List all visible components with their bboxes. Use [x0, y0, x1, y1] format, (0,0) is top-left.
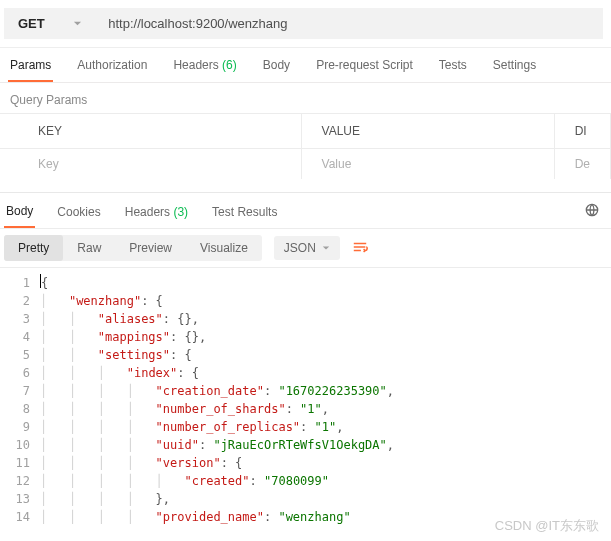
tab-settings[interactable]: Settings: [491, 58, 538, 82]
view-pretty[interactable]: Pretty: [4, 235, 63, 261]
code-line: │ │ │ │ "version": {: [40, 454, 611, 472]
col-key: KEY: [0, 114, 301, 149]
request-tabs: ParamsAuthorizationHeaders (6)BodyPre-re…: [0, 48, 611, 83]
view-mode-group: PrettyRawPreviewVisualize: [4, 235, 262, 261]
tab-params[interactable]: Params: [8, 58, 53, 82]
code-line: │ │ │ │ "creation_date": "1670226235390"…: [40, 382, 611, 400]
col-desc: DI: [554, 114, 610, 149]
wrap-lines-icon[interactable]: [352, 240, 368, 257]
resp-tab-test-results[interactable]: Test Results: [210, 205, 279, 227]
response-body[interactable]: 1234567891011121314 {│ "wenzhang": {│ │ …: [0, 268, 611, 526]
resp-tab-body[interactable]: Body: [4, 204, 35, 228]
code-line: │ │ │ │ "number_of_replicas": "1",: [40, 418, 611, 436]
tab-tests[interactable]: Tests: [437, 58, 469, 82]
network-icon[interactable]: [585, 203, 603, 228]
request-bar: GET: [0, 0, 611, 48]
language-label: JSON: [284, 241, 316, 255]
response-tabs: BodyCookiesHeaders (3)Test Results: [0, 193, 611, 229]
resp-tab-cookies[interactable]: Cookies: [55, 205, 102, 227]
code-line: │ │ "mappings": {},: [40, 328, 611, 346]
query-params-title: Query Params: [0, 83, 611, 113]
language-select[interactable]: JSON: [274, 236, 340, 260]
view-raw[interactable]: Raw: [63, 235, 115, 261]
tab-pre-request-script[interactable]: Pre-request Script: [314, 58, 415, 82]
tab-headers[interactable]: Headers (6): [171, 58, 238, 82]
code-line: │ │ │ │ │ "created": "7080099": [40, 472, 611, 490]
key-input[interactable]: Key: [0, 149, 301, 180]
resp-tab-headers[interactable]: Headers (3): [123, 205, 190, 227]
method-select[interactable]: GET: [4, 8, 96, 39]
value-input[interactable]: Value: [301, 149, 554, 180]
tab-body[interactable]: Body: [261, 58, 292, 82]
url-input[interactable]: [96, 8, 603, 39]
method-label: GET: [18, 16, 45, 31]
code-line: │ │ "aliases": {},: [40, 310, 611, 328]
desc-input[interactable]: De: [554, 149, 610, 180]
watermark: CSDN @IT东东歌: [495, 517, 599, 535]
query-params-table: KEY VALUE DI Key Value De: [0, 113, 611, 179]
col-value: VALUE: [301, 114, 554, 149]
view-visualize[interactable]: Visualize: [186, 235, 262, 261]
view-preview[interactable]: Preview: [115, 235, 186, 261]
chevron-down-icon: [322, 241, 330, 255]
chevron-down-icon: [73, 16, 82, 31]
tab-authorization[interactable]: Authorization: [75, 58, 149, 82]
code-line: │ │ │ │ },: [40, 490, 611, 508]
code-line: │ │ "settings": {: [40, 346, 611, 364]
code-line: {: [40, 274, 611, 292]
view-bar: PrettyRawPreviewVisualize JSON: [0, 229, 611, 268]
code-line: │ │ │ │ "uuid": "jRauEcOrRTeWfsV1OekgDA"…: [40, 436, 611, 454]
code-line: │ │ │ │ "number_of_shards": "1",: [40, 400, 611, 418]
code-line: │ "wenzhang": {: [40, 292, 611, 310]
code-line: │ │ │ "index": {: [40, 364, 611, 382]
